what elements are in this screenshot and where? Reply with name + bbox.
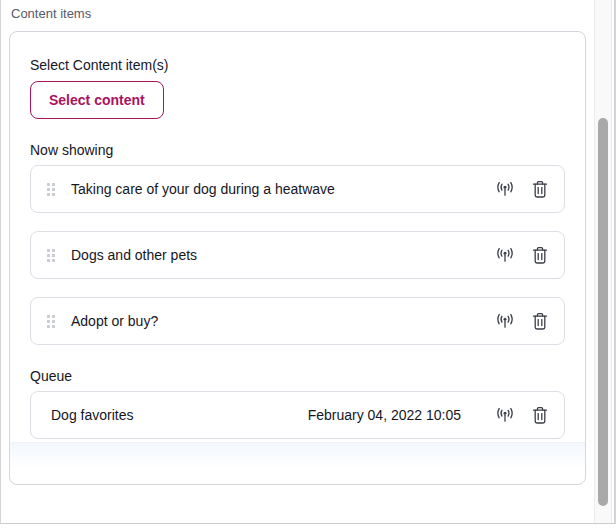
queue-item-row[interactable]: Dog favorites February 04, 2022 10:05 bbox=[30, 391, 565, 439]
drag-handle-icon[interactable] bbox=[47, 249, 55, 262]
content-items-label: Content items bbox=[11, 6, 91, 21]
content-item-title: Taking care of your dog during a heatwav… bbox=[71, 181, 335, 197]
scrollbar-thumb[interactable] bbox=[598, 118, 608, 506]
broadcast-icon[interactable] bbox=[495, 182, 515, 197]
drag-handle-icon[interactable] bbox=[47, 183, 55, 196]
content-items-window: Content items Select Content item(s) Sel… bbox=[0, 0, 616, 524]
trash-icon[interactable] bbox=[532, 246, 548, 264]
queue-item-datetime: February 04, 2022 10:05 bbox=[308, 407, 461, 423]
now-showing-list: Taking care of your dog during a heatwav… bbox=[30, 165, 565, 345]
content-item-title: Adopt or buy? bbox=[71, 313, 158, 329]
content-item-row[interactable]: Taking care of your dog during a heatwav… bbox=[30, 165, 565, 213]
trash-icon[interactable] bbox=[532, 312, 548, 330]
drag-handle-icon[interactable] bbox=[47, 315, 55, 328]
select-content-items-label: Select Content item(s) bbox=[30, 57, 565, 73]
scrollbar-track[interactable] bbox=[594, 0, 612, 523]
trash-icon[interactable] bbox=[532, 180, 548, 198]
select-content-button[interactable]: Select content bbox=[30, 81, 164, 119]
queue-list: Dog favorites February 04, 2022 10:05 bbox=[30, 391, 565, 439]
broadcast-icon[interactable] bbox=[495, 248, 515, 263]
broadcast-icon[interactable] bbox=[495, 408, 515, 423]
drop-zone-hint bbox=[10, 442, 585, 469]
queue-label: Queue bbox=[30, 368, 565, 384]
broadcast-icon[interactable] bbox=[495, 314, 515, 329]
queue-item-title: Dog favorites bbox=[51, 407, 133, 423]
content-item-row[interactable]: Dogs and other pets bbox=[30, 231, 565, 279]
content-item-title: Dogs and other pets bbox=[71, 247, 197, 263]
content-items-panel: Select Content item(s) Select content No… bbox=[9, 31, 586, 485]
content-item-row[interactable]: Adopt or buy? bbox=[30, 297, 565, 345]
now-showing-label: Now showing bbox=[30, 142, 565, 158]
trash-icon[interactable] bbox=[532, 406, 548, 424]
